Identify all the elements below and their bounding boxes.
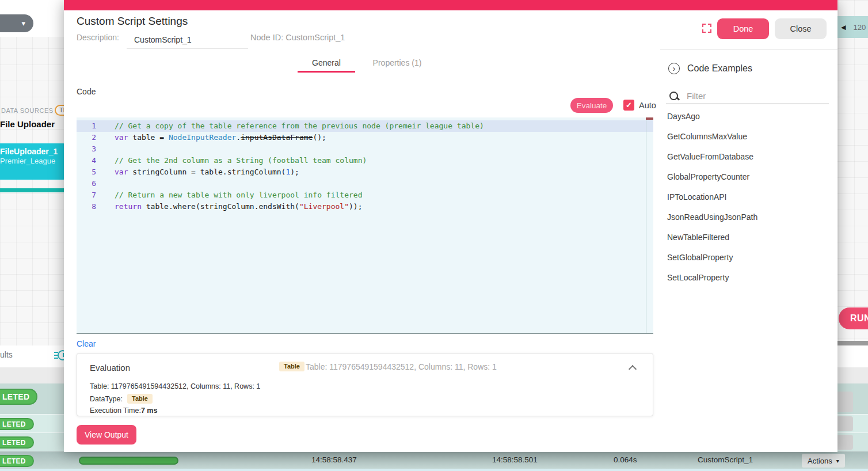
description-label: Description: [77,33,119,42]
actions-label: Actions [808,457,832,465]
zoom-level-value: 120 [853,23,866,32]
node-type-title: File Uploader [0,119,55,129]
evaluation-card: Evaluation Table Table: 1179765491594432… [77,353,653,416]
status-badge: LETED [0,436,34,449]
code-example-item[interactable]: SetGlobalProperty [660,248,837,268]
status-badge: LETED [0,455,34,467]
end-time: 14:58:58.501 [492,455,538,464]
code-example-item[interactable]: JsonReadUsingJsonPath [660,207,837,227]
result-row-selected: LETED 14:58:58.437 14:58:58.501 0.064s C… [0,451,868,469]
type-badge: Table [279,362,304,371]
node-id-label: Node ID: CustomScript_1 [250,33,345,42]
collapse-panel-icon[interactable]: › [668,63,680,74]
code-line[interactable]: 7// Return a new table with only liverpo… [77,189,653,201]
collapse-chevron-icon[interactable] [629,365,637,373]
code-line[interactable]: 5var stringColumn = table.stringColumn(1… [77,166,653,178]
modal-accent-bar [64,0,837,10]
modal-title: Custom Script Settings [77,15,188,28]
datatype-badge: Table [127,394,153,404]
run-button[interactable]: RUN [839,307,868,329]
evaluation-detail: Table: 1179765491594432512, Columns: 11,… [90,382,260,390]
code-examples-title: Code Examples [687,63,752,74]
results-panel-label: ults [0,350,13,359]
custom-script-settings-modal: Custom Script Settings Description: Node… [64,0,837,452]
done-button[interactable]: Done [717,18,769,39]
check-icon: ✓ [626,101,632,109]
dropdown-arrow-icon: ▾ [21,20,25,27]
node-connector-bar [0,188,64,192]
code-section-label: Code [77,87,96,96]
tab-properties[interactable]: Properties (1) [366,58,429,67]
filter-input[interactable] [666,88,829,104]
collapse-left-icon[interactable]: ◀ [841,24,846,31]
file-uploader-node[interactable]: FileUploader_1 Premier_League [0,143,68,180]
clear-link[interactable]: Clear [77,339,96,348]
code-line[interactable]: 3 [77,143,653,155]
code-line[interactable]: 2var table = NodeInputReader.inputAsData… [77,132,653,143]
evaluation-summary: Table: 1179765491594432512, Columns: 11,… [306,362,497,371]
description-input[interactable] [127,31,248,48]
code-editor[interactable]: 1// Get a copy of the table reference fr… [77,117,653,334]
code-example-item[interactable]: NewTableFiltered [660,227,837,248]
code-example-item[interactable]: GetValueFromDatabase [660,147,837,167]
code-line[interactable]: 4// Get the 2nd column as a String (foot… [77,155,653,166]
fullscreen-icon[interactable] [702,24,711,33]
code-example-item[interactable]: DaysAgo [660,107,837,127]
execution-time-value: 7 ms [141,407,158,415]
code-lines: 1// Get a copy of the table reference fr… [77,117,653,212]
code-example-item[interactable]: GetColumnsMaxValue [660,127,837,147]
zoom-control: ◀ 120 [837,16,868,38]
progress-bar [79,457,178,465]
tab-general[interactable]: General [298,58,355,67]
evaluate-button[interactable]: Evaluate [570,98,613,113]
code-example-item[interactable]: GlobalPropertyCounter [660,167,837,187]
auto-checkbox[interactable]: ✓ [623,100,634,111]
data-sources-section-label: DATA SOURCES [1,107,54,114]
code-line[interactable]: 8return table.where(stringColumn.endsWit… [77,201,653,212]
status-badge: LETED [0,389,37,405]
close-button[interactable]: Close [775,18,827,39]
code-example-item[interactable]: IPToLocationAPI [660,187,837,207]
execution-time-label: Execution Time: [90,407,141,415]
duration: 0.064s [614,455,637,464]
auto-checkbox-label: Auto [639,101,656,110]
annotation-gutter [646,117,653,333]
view-output-button[interactable]: View Output [77,425,136,445]
actions-dropdown-button[interactable]: Actions ▾ [802,454,845,468]
bottom-strip [0,469,868,471]
horizontal-scrollbar[interactable] [837,341,868,345]
code-examples-header: › Code Examples [668,63,752,74]
row-node-name: CustomScript_1 [698,455,753,464]
datatype-label: DataType: [90,395,123,403]
code-examples-sidebar: › Code Examples DaysAgoGetColumnsMaxValu… [660,50,837,452]
code-example-item[interactable]: SetLocalProperty [660,268,837,288]
node-subtitle: Premier_League [0,157,68,165]
code-examples-list: DaysAgoGetColumnsMaxValueGetValueFromDat… [660,107,837,288]
dropdown-arrow-icon: ▾ [836,458,839,464]
code-line[interactable]: 6 [77,178,653,189]
start-time: 14:58:58.437 [311,455,357,464]
app-root: ▾ DATA SOURCES TR File Uploader FileUplo… [0,0,868,471]
deprecation-marker [646,117,653,120]
collapsed-menu-button[interactable]: ▾ [0,14,33,32]
evaluation-title: Evaluation [90,363,130,373]
node-name: FileUploader_1 [0,147,68,156]
status-badge: LETED [0,418,34,430]
code-line[interactable]: 1// Get a copy of the table reference fr… [77,120,653,132]
evaluation-datatype-row: DataType: Table [90,394,153,404]
execution-time-row: Execution Time:7 ms [90,407,157,415]
